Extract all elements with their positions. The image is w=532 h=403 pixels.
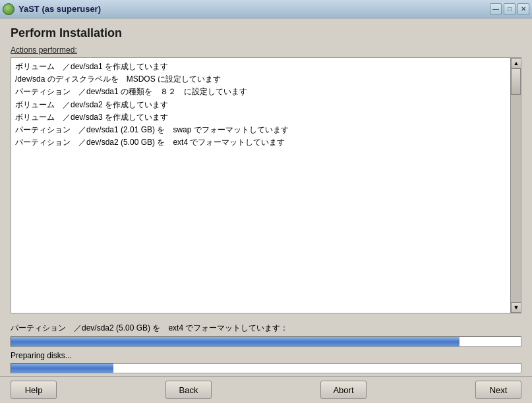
log-line: ボリューム ／dev/sda2 を作成しています [15, 99, 506, 111]
log-line: ボリューム ／dev/sda3 を作成しています [15, 111, 506, 124]
content-area: Perform Installation Actions performed: … [0, 18, 532, 319]
log-line: /dev/sda のディスクラベルを MSDOS に設定しています [15, 73, 506, 86]
abort-button[interactable]: Abort [320, 381, 367, 399]
progress-bar-1 [11, 336, 521, 347]
next-button[interactable]: Next [475, 381, 521, 399]
scroll-track[interactable] [511, 68, 521, 302]
vertical-scrollbar[interactable]: ▲ ▼ [510, 58, 521, 313]
log-scroll: ボリューム ／dev/sda1 を作成しています/dev/sda のディスクラベ… [11, 58, 510, 313]
back-button[interactable]: Back [165, 381, 212, 399]
sub-label: Preparing disks... [11, 351, 521, 360]
log-line: パーティション ／dev/sda2 (5.00 GB) を ext4 でフォーマ… [15, 136, 506, 149]
progress-fill-1 [11, 337, 459, 346]
close-button[interactable]: ✕ [517, 3, 529, 15]
scroll-thumb[interactable] [511, 68, 521, 95]
minimize-button[interactable]: — [490, 3, 502, 15]
page-title: Perform Installation [11, 26, 521, 40]
scroll-up-button[interactable]: ▲ [511, 58, 521, 68]
window-controls: — □ ✕ [490, 3, 529, 15]
progress-bar-2 [11, 363, 521, 373]
button-bar: Help Back Abort Next [0, 376, 532, 403]
current-action-text: パーティション ／dev/sda2 (5.00 GB) を ext4 でフォーマ… [11, 323, 521, 334]
log-line: パーティション ／dev/sda1 の種類を ８２ に設定しています [15, 86, 506, 98]
progress-fill-2 [11, 363, 113, 373]
app-icon [3, 3, 15, 15]
main-window: Perform Installation Actions performed: … [0, 18, 532, 403]
maximize-button[interactable]: □ [504, 3, 516, 15]
log-container: ボリューム ／dev/sda1 を作成しています/dev/sda のディスクラベ… [11, 57, 521, 313]
status-area: パーティション ／dev/sda2 (5.00 GB) を ext4 でフォーマ… [0, 319, 532, 376]
title-bar: YaST (as superuser) — □ ✕ [0, 0, 532, 18]
actions-label: Actions performed: [11, 45, 521, 55]
log-line: ボリューム ／dev/sda1 を作成しています [15, 61, 506, 73]
help-button[interactable]: Help [11, 381, 57, 399]
log-line: パーティション ／dev/sda1 (2.01 GB) を swap でフォーマ… [15, 124, 506, 136]
window-title: YaST (as superuser) [18, 4, 101, 14]
scroll-down-button[interactable]: ▼ [511, 302, 521, 313]
